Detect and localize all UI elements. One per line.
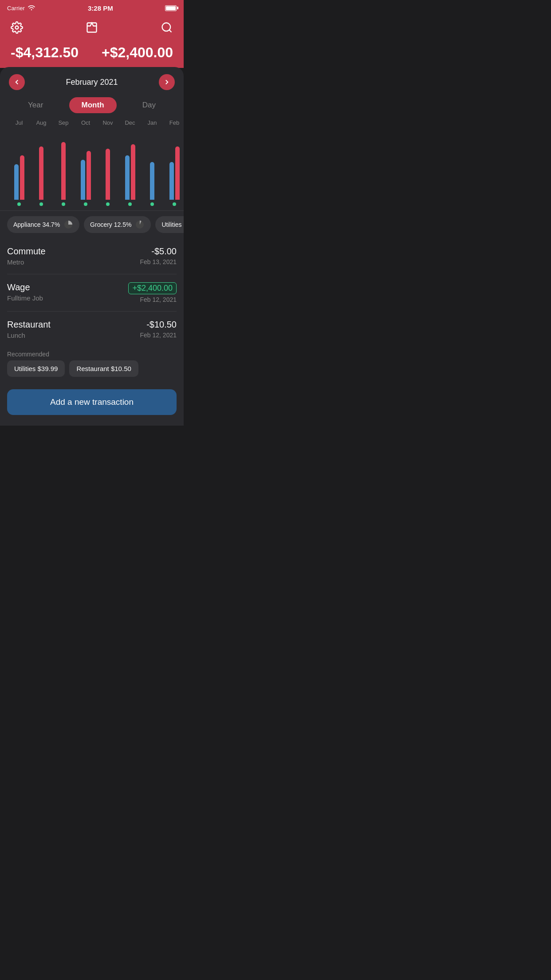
bar-group-jan[interactable]: [141, 162, 163, 200]
arrow-left-icon: [13, 78, 21, 86]
dot-oct: [84, 202, 87, 206]
arrow-right-icon: [163, 78, 171, 86]
dot-group-nov: [97, 202, 119, 206]
bar-red-aug1: [39, 146, 43, 200]
bar-group-dec[interactable]: [119, 144, 141, 200]
bar-red-nov: [106, 149, 110, 200]
dot-aug1: [39, 202, 43, 206]
rec-pill-restaurant[interactable]: Restaurant $10.50: [69, 360, 138, 377]
search-icon: [161, 21, 173, 34]
dot-feb: [173, 202, 176, 206]
chart-button[interactable]: [84, 20, 100, 36]
transaction-restaurant[interactable]: Restaurant Lunch -$10.50 Feb 12, 2021: [7, 312, 177, 347]
period-selector: Year Month Day: [0, 95, 184, 119]
category-row: Appliance 34.7% Grocery 12.5% Utilities …: [0, 210, 184, 238]
header-icons: [9, 20, 175, 36]
transaction-wage-amount: +$2,400.00: [128, 282, 177, 294]
bar-blue-dec: [125, 155, 130, 200]
transaction-restaurant-date: Feb 12, 2021: [140, 332, 177, 339]
bar-blue-feb: [169, 162, 174, 200]
dot-group-jul1: [8, 202, 30, 206]
transaction-commute[interactable]: Commute Metro -$5.00 Feb 13, 2021: [7, 238, 177, 274]
search-button[interactable]: [159, 20, 175, 36]
transaction-wage[interactable]: Wage Fulltime Job +$2,400.00 Feb 12, 202…: [7, 274, 177, 312]
bar-group-sep[interactable]: [52, 142, 75, 200]
recommended-pills: Utilities $39.99 Restaurant $10.50: [0, 360, 184, 384]
next-month-button[interactable]: [159, 74, 175, 90]
chart-bars: [4, 129, 184, 200]
transaction-commute-sub: Metro: [7, 258, 46, 266]
transaction-commute-name: Commute: [7, 246, 46, 257]
chart-label-oct: Oct: [75, 119, 97, 126]
chart-label-feb: Feb: [163, 119, 184, 126]
transaction-wage-date: Feb 12, 2021: [128, 296, 177, 303]
pie-icon-appliance: [63, 220, 73, 229]
transaction-commute-amount: -$5.00: [140, 246, 177, 257]
chart-label-sep: Sep: [52, 119, 75, 126]
wifi-icon: [27, 4, 36, 12]
status-bar-left: Carrier: [7, 4, 36, 12]
nav-title: February 2021: [66, 78, 118, 87]
nav-row: February 2021: [0, 67, 184, 95]
battery-icon: [165, 5, 177, 11]
category-grocery-label: Grocery 12.5%: [90, 221, 131, 228]
header: -$4,312.50 +$2,400.00: [0, 16, 184, 68]
bar-group-jul1[interactable]: [8, 155, 30, 200]
chart-label-aug1: Aug: [30, 119, 52, 126]
bar-red-sep: [61, 142, 66, 200]
transaction-commute-date: Feb 13, 2021: [140, 258, 177, 265]
bar-group-aug1[interactable]: [30, 146, 52, 200]
category-grocery[interactable]: Grocery 12.5%: [84, 216, 151, 233]
prev-month-button[interactable]: [9, 74, 25, 90]
transaction-wage-right: +$2,400.00 Feb 12, 2021: [128, 282, 177, 303]
bar-red-dec: [131, 144, 135, 200]
svg-line-3: [169, 30, 171, 32]
chart-dots: [4, 200, 184, 210]
category-utilities-label: Utilities 7.8%: [161, 221, 184, 228]
chart-label-jan: Jan: [141, 119, 163, 126]
header-amounts: -$4,312.50 +$2,400.00: [9, 44, 175, 61]
transaction-restaurant-name: Restaurant: [7, 320, 51, 330]
add-transaction-button[interactable]: Add a new transaction: [7, 389, 177, 415]
year-tab[interactable]: Year: [16, 97, 55, 113]
chart-area: Jul Aug Sep Oct Nov Dec Jan Feb Mar Apr …: [0, 119, 184, 210]
settings-button[interactable]: [9, 20, 25, 36]
transaction-commute-left: Commute Metro: [7, 246, 46, 266]
chart-labels: Jul Aug Sep Oct Nov Dec Jan Feb Mar Apr …: [4, 119, 184, 126]
transaction-restaurant-sub: Lunch: [7, 332, 51, 339]
bar-group-oct[interactable]: [75, 151, 97, 200]
chart-label-jul1: Jul: [8, 119, 30, 126]
bar-group-feb[interactable]: [163, 146, 184, 200]
transaction-wage-name: Wage: [7, 282, 43, 292]
bar-blue-oct: [81, 160, 85, 200]
dot-group-dec: [119, 202, 141, 206]
dot-sep: [62, 202, 65, 206]
day-tab[interactable]: Day: [130, 97, 168, 113]
category-appliance[interactable]: Appliance 34.7%: [7, 216, 79, 233]
add-btn-container: Add a new transaction: [0, 384, 184, 426]
svg-point-0: [16, 26, 19, 29]
rec-pill-utilities[interactable]: Utilities $39.99: [7, 360, 65, 377]
dot-jan: [150, 202, 154, 206]
recommended-label: Recommended: [0, 347, 184, 360]
bar-blue-jan: [150, 162, 154, 200]
gear-icon: [11, 21, 23, 34]
dot-group-feb: [163, 202, 184, 206]
transaction-wage-left: Wage Fulltime Job: [7, 282, 43, 302]
bar-group-nov[interactable]: [97, 149, 119, 200]
main-card: February 2021 Year Month Day Jul Aug Sep…: [0, 67, 184, 426]
dot-group-aug1: [30, 202, 52, 206]
pie-icon-grocery: [135, 220, 145, 229]
month-tab[interactable]: Month: [69, 97, 117, 113]
transaction-restaurant-left: Restaurant Lunch: [7, 320, 51, 339]
bar-red-feb: [175, 146, 180, 200]
category-utilities[interactable]: Utilities 7.8%: [155, 216, 184, 233]
transaction-wage-sub: Fulltime Job: [7, 294, 43, 302]
status-bar: Carrier 3:28 PM: [0, 0, 184, 16]
bar-blue-jul1: [14, 164, 19, 200]
transaction-restaurant-right: -$10.50 Feb 12, 2021: [140, 320, 177, 339]
svg-rect-1: [87, 23, 97, 32]
dot-dec: [128, 202, 132, 206]
dot-group-sep: [52, 202, 75, 206]
dot-group-oct: [75, 202, 97, 206]
